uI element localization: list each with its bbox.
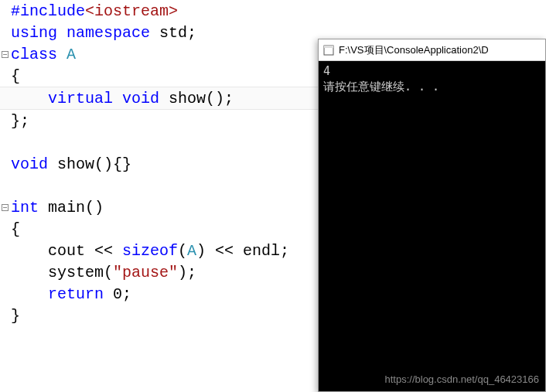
token-kw-blue: void bbox=[122, 90, 159, 107]
code-content[interactable]: cout << sizeof(A) << endl; bbox=[9, 242, 289, 260]
code-content[interactable]: #include<iostream> bbox=[9, 2, 178, 20]
token-kw-teal: A bbox=[187, 242, 196, 260]
code-content[interactable]: class A bbox=[9, 46, 76, 63]
token-kw-teal: A bbox=[67, 46, 76, 63]
console-output[interactable]: 4 请按任意键继续. . . https://blog.csdn.net/qq_… bbox=[319, 61, 545, 391]
token-kw-blue: class bbox=[11, 46, 57, 63]
token-txt: { bbox=[11, 67, 20, 85]
token-txt bbox=[11, 285, 48, 303]
token-kw-blue: return bbox=[48, 285, 104, 303]
token-txt bbox=[57, 46, 67, 63]
token-txt: 0; bbox=[104, 285, 131, 303]
token-txt: show(); bbox=[159, 90, 234, 107]
code-content[interactable]: int main() bbox=[9, 199, 104, 216]
token-txt: ) << endl; bbox=[196, 242, 289, 260]
token-kw-blue: int bbox=[11, 199, 39, 216]
token-kw-blue: void bbox=[11, 155, 48, 173]
code-line[interactable]: #include<iostream> bbox=[0, 0, 546, 22]
svg-rect-1 bbox=[324, 46, 333, 48]
token-txt: }; bbox=[11, 112, 29, 130]
token-txt bbox=[57, 24, 67, 42]
token-kw-blue: virtual bbox=[48, 90, 113, 107]
console-title: F:\VS项目\ConsoleApplication2\D bbox=[339, 43, 489, 57]
fold-minus-icon[interactable] bbox=[2, 51, 9, 58]
token-str-red: "pause" bbox=[113, 264, 178, 281]
code-content[interactable]: system("pause"); bbox=[9, 264, 196, 281]
code-content[interactable]: void show(){} bbox=[9, 155, 131, 173]
token-txt bbox=[11, 90, 48, 107]
code-content[interactable]: } bbox=[9, 307, 20, 325]
fold-gutter[interactable] bbox=[0, 51, 9, 58]
token-txt: std; bbox=[150, 24, 196, 42]
console-line: 4 bbox=[323, 64, 541, 80]
token-preproc: #include bbox=[11, 2, 85, 20]
code-content[interactable]: }; bbox=[9, 112, 29, 130]
token-kw-blue: using bbox=[11, 24, 57, 42]
code-content[interactable]: virtual void show(); bbox=[9, 90, 234, 107]
token-txt: { bbox=[11, 220, 20, 238]
token-txt: ( bbox=[178, 242, 187, 260]
fold-minus-icon[interactable] bbox=[2, 204, 9, 211]
token-txt bbox=[113, 90, 122, 107]
console-line: 请按任意键继续. . . bbox=[323, 80, 541, 95]
token-txt: system( bbox=[11, 264, 113, 281]
code-content[interactable]: return 0; bbox=[9, 285, 131, 303]
code-content[interactable]: { bbox=[9, 67, 20, 85]
token-txt: } bbox=[11, 307, 20, 325]
token-txt: main() bbox=[39, 199, 104, 216]
code-content[interactable]: using namespace std; bbox=[9, 24, 196, 42]
token-txt: ); bbox=[178, 264, 196, 281]
fold-gutter[interactable] bbox=[0, 204, 9, 211]
token-angle: <iostream> bbox=[85, 2, 178, 20]
console-titlebar[interactable]: F:\VS项目\ConsoleApplication2\D bbox=[319, 39, 545, 61]
watermark: https://blog.csdn.net/qq_46423166 bbox=[385, 373, 540, 387]
console-icon bbox=[323, 45, 334, 56]
code-content[interactable]: { bbox=[9, 220, 20, 238]
token-kw-blue: sizeof bbox=[122, 242, 178, 260]
token-txt: show(){} bbox=[48, 155, 131, 173]
token-kw-blue: namespace bbox=[67, 24, 150, 42]
console-window: F:\VS项目\ConsoleApplication2\D 4 请按任意键继续.… bbox=[318, 39, 546, 392]
token-txt: cout << bbox=[11, 242, 122, 260]
